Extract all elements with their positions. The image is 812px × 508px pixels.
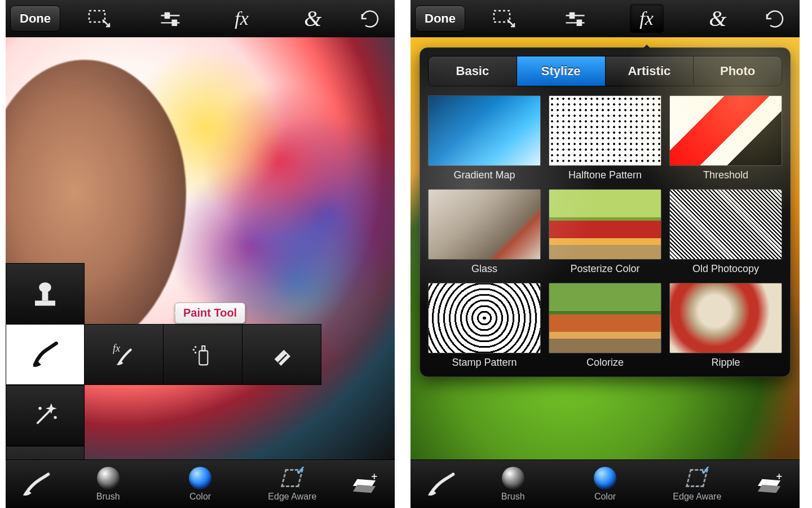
fx-thumb (669, 283, 782, 353)
selection-brush-icon[interactable] (487, 4, 521, 33)
stamp-tool[interactable] (6, 263, 85, 324)
fx-tab-photo[interactable]: Photo (694, 56, 782, 86)
fx-item-stamp-pattern[interactable]: Stamp Pattern (428, 283, 541, 369)
fx-item-glass[interactable]: Glass (428, 189, 541, 275)
brush-size-control[interactable]: Brush (62, 467, 154, 502)
svg-rect-22 (570, 12, 574, 17)
fx-icon[interactable]: fx (225, 4, 259, 33)
edge-aware-toggle[interactable]: Edge Aware (651, 467, 743, 502)
svg-point-7 (39, 282, 51, 292)
brush-label: Brush (96, 492, 120, 502)
fx-label: Gradient Map (428, 169, 541, 181)
fx-item-posterize-color[interactable]: Posterize Color (549, 189, 661, 275)
fx-label: Old Photocopy (669, 263, 782, 275)
fx-thumb (549, 189, 661, 260)
paint-tool-tooltip: Paint Tool (175, 303, 245, 323)
screenshot-left: Done fx & (6, 0, 395, 508)
eraser-tool[interactable] (242, 324, 321, 385)
fx-item-colorize[interactable]: Colorize (549, 283, 661, 369)
svg-point-10 (54, 416, 56, 419)
svg-rect-5 (35, 301, 55, 306)
orb-blue-icon (594, 467, 616, 489)
fx-item-halftone-pattern[interactable]: Halftone Pattern (549, 95, 661, 181)
done-button[interactable]: Done (10, 6, 60, 32)
screenshot-right: Done fx & BasicStylizeArtisticPhoto Grad… (411, 0, 800, 508)
fx-thumb (549, 283, 661, 353)
fx-tab-basic[interactable]: Basic (429, 56, 517, 86)
fx-label: Threshold (669, 169, 782, 181)
wand-tool[interactable] (6, 385, 85, 446)
fx-label: Posterize Color (549, 263, 661, 275)
svg-text:fx: fx (113, 343, 120, 354)
edge-aware-toggle[interactable]: Edge Aware (246, 467, 338, 502)
svg-rect-3 (165, 12, 169, 17)
color-control[interactable]: Color (154, 467, 246, 502)
spray-tool[interactable] (164, 324, 242, 385)
edge-aware-label: Edge Aware (673, 492, 721, 502)
svg-rect-23 (577, 20, 581, 25)
fx-item-gradient-map[interactable]: Gradient Map (428, 95, 541, 181)
bottom-toolbar: Brush Color Edge Aware + (411, 459, 800, 508)
fx-item-old-photocopy[interactable]: Old Photocopy (669, 189, 782, 275)
fx-icon[interactable]: fx (630, 4, 664, 33)
layers-button[interactable]: + (338, 472, 389, 497)
fx-label: Halftone Pattern (549, 169, 661, 181)
canvas[interactable]: fx Paint Tool (6, 37, 395, 459)
top-toolbar-icons: fx & (465, 4, 757, 33)
fx-thumb (669, 189, 782, 260)
orb-grey-icon (502, 467, 524, 489)
fx-brush-tool[interactable]: fx (85, 324, 164, 385)
color-label: Color (189, 492, 211, 502)
brush-label: Brush (501, 492, 525, 502)
layers-button[interactable]: + (743, 472, 794, 497)
edge-aware-icon (281, 467, 303, 489)
undo-icon[interactable] (352, 4, 386, 33)
fx-item-threshold[interactable]: Threshold (669, 95, 782, 181)
orb-blue-icon (189, 467, 211, 489)
fx-item-ripple[interactable]: Ripple (669, 283, 782, 369)
svg-point-17 (195, 352, 196, 353)
svg-point-15 (195, 346, 196, 348)
color-label: Color (594, 492, 616, 502)
svg-line-8 (37, 409, 51, 423)
brush-active-tool-icon[interactable] (11, 471, 62, 497)
fx-tab-stylize[interactable]: Stylize (517, 56, 606, 86)
adjustments-icon[interactable] (153, 4, 187, 33)
fx-label: Ripple (669, 357, 782, 369)
brush-active-tool-icon[interactable] (416, 471, 467, 497)
fx-label: Glass (428, 263, 541, 275)
plus-icon: + (371, 471, 377, 483)
top-toolbar-icons: fx & (60, 4, 352, 33)
layers-icon: + (756, 472, 781, 497)
orb-grey-icon (97, 467, 120, 489)
edge-aware-icon (686, 467, 708, 489)
brush-size-control[interactable]: Brush (467, 467, 559, 502)
fx-thumb (669, 95, 782, 166)
fx-thumb (428, 95, 541, 166)
adjustments-icon[interactable] (558, 4, 592, 33)
fx-category-segmented: BasicStylizeArtisticPhoto (428, 56, 782, 86)
brush-subtools: fx (85, 324, 321, 385)
svg-rect-4 (173, 20, 176, 25)
plus-icon: + (776, 471, 782, 483)
edge-aware-label: Edge Aware (268, 492, 316, 502)
canvas[interactable]: BasicStylizeArtisticPhoto Gradient MapHa… (411, 37, 800, 459)
svg-rect-14 (202, 346, 205, 351)
ampersand-icon[interactable]: & (296, 4, 330, 33)
layers-icon: + (351, 472, 376, 497)
brush-tool[interactable] (6, 324, 85, 385)
selection-brush-icon[interactable] (82, 4, 116, 33)
done-button[interactable]: Done (415, 6, 465, 32)
fx-label: Stamp Pattern (428, 357, 541, 369)
ampersand-icon[interactable]: & (701, 4, 735, 33)
top-toolbar: Done fx & (411, 0, 800, 37)
fx-thumb (549, 95, 661, 166)
svg-point-16 (192, 349, 194, 351)
tool-column (6, 263, 85, 459)
undo-icon[interactable] (757, 4, 791, 33)
top-toolbar: Done fx & (6, 0, 395, 37)
fx-tab-artistic[interactable]: Artistic (606, 56, 694, 86)
fx-thumb (428, 189, 541, 260)
color-control[interactable]: Color (559, 467, 651, 502)
marquee-tool[interactable] (6, 446, 85, 459)
